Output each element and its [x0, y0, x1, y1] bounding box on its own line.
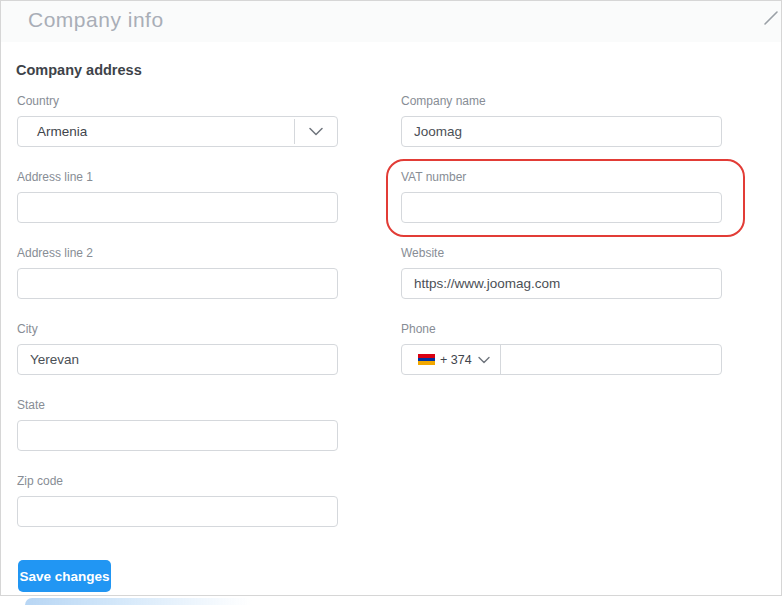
state-input[interactable] — [17, 420, 338, 451]
section-title: Company address — [16, 62, 142, 78]
address2-label: Address line 2 — [17, 246, 93, 260]
phone-label: Phone — [401, 322, 436, 336]
page-title: Company info — [28, 8, 164, 32]
city-label: City — [17, 322, 38, 336]
save-changes-button[interactable]: Save changes — [18, 560, 111, 592]
phone-number-input[interactable] — [501, 346, 721, 373]
company-name-label: Company name — [401, 94, 486, 108]
website-label: Website — [401, 246, 444, 260]
website-input[interactable] — [401, 268, 722, 299]
address1-label: Address line 1 — [17, 170, 93, 184]
close-icon[interactable] — [762, 9, 780, 27]
zip-label: Zip code — [17, 474, 63, 488]
vat-label: VAT number — [401, 170, 466, 184]
company-info-screen: Company info Company address Country Arm… — [0, 0, 783, 605]
city-input[interactable] — [17, 344, 338, 375]
country-label: Country — [17, 94, 59, 108]
company-info-panel: Company info Company address Country Arm… — [0, 0, 782, 596]
address2-input[interactable] — [17, 268, 338, 299]
vat-input[interactable] — [401, 192, 722, 223]
panel-header: Company info — [1, 1, 781, 42]
armenia-flag-icon — [418, 354, 435, 365]
bottom-glow-decoration — [25, 598, 253, 605]
state-label: State — [17, 398, 45, 412]
company-name-input[interactable] — [401, 116, 722, 147]
country-select[interactable]: Armenia — [17, 116, 338, 147]
phone-input-group: + 374 — [401, 344, 722, 375]
chevron-down-icon — [295, 127, 337, 136]
phone-dial-code: + 374 — [440, 353, 472, 367]
zip-input[interactable] — [17, 496, 338, 527]
country-select-value: Armenia — [18, 124, 294, 139]
chevron-down-icon[interactable] — [478, 356, 490, 364]
address1-input[interactable] — [17, 192, 338, 223]
